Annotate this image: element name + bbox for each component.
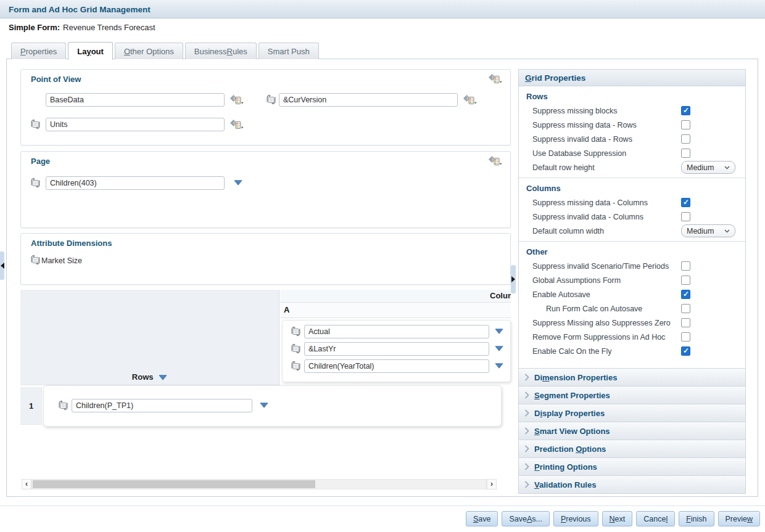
tab-bar: Properties Layout Other Options Business… [11, 42, 319, 59]
page-member-input[interactable] [46, 176, 225, 190]
grid-properties-header[interactable]: Grid Properties [519, 70, 745, 86]
left-panel-collapse-handle[interactable] [0, 252, 4, 280]
property-row: Use Database Suppression [519, 146, 745, 160]
tab-properties[interactable]: Properties [11, 43, 66, 59]
suppress-invalid-data-rows-checkbox[interactable] [681, 134, 690, 144]
section-validation-rules[interactable]: Validation Rules [519, 475, 745, 493]
scroll-right-button[interactable]: › [487, 479, 497, 489]
suppress-missing-data-rows-checkbox[interactable] [681, 120, 690, 129]
property-label: Run Form Calc on Autosave [532, 305, 681, 313]
page-title: Form and Ad Hoc Grid Management [9, 5, 151, 14]
properties-panel-collapse-handle[interactable] [511, 265, 516, 293]
member-select-icon[interactable] [30, 178, 41, 188]
section-divider [519, 241, 745, 242]
property-row: Suppress missing blocks [519, 104, 745, 118]
form-subheader: Simple Form: Revenue Trends Forecast [0, 20, 155, 34]
pov-member-actions-icon[interactable] [463, 94, 477, 105]
column-member-input-1[interactable] [304, 325, 489, 338]
preview-button[interactable]: Preview [718, 511, 760, 526]
member-select-icon[interactable] [291, 343, 301, 354]
global-assumptions-form-checkbox[interactable] [681, 276, 690, 285]
column-group-label: A [284, 305, 289, 314]
pov-member-actions-icon[interactable] [230, 94, 244, 105]
rows-header: Rows [20, 372, 279, 382]
enable-autosave-checkbox[interactable] [681, 290, 690, 299]
section-label: Printing Options [534, 462, 597, 472]
suppress-missing-blocks-checkbox[interactable] [681, 106, 690, 115]
member-menu-triangle-icon[interactable] [495, 346, 503, 351]
page-actions-icon[interactable] [488, 155, 502, 166]
tab-smart-push[interactable]: Smart Push [258, 43, 319, 59]
member-select-icon[interactable] [266, 94, 276, 105]
collapse-left-arrow-icon [1, 263, 4, 269]
row-number: 1 [29, 401, 33, 411]
member-menu-triangle-icon[interactable] [234, 180, 242, 186]
section-display-properties[interactable]: Display Properties [519, 404, 745, 422]
footer-divider [0, 505, 765, 506]
property-label: Suppress invalid Scenario/Time Periods [532, 262, 681, 271]
save-button[interactable]: Save [466, 511, 498, 526]
attribute-dimension-item: Market Size [41, 256, 82, 265]
section-smart-view-options[interactable]: Smart View Options [519, 422, 745, 440]
row-member-input-1[interactable] [72, 399, 252, 412]
tab-layout[interactable]: Layout [68, 42, 113, 60]
section-dimension-properties[interactable]: Dimension Properties [519, 368, 745, 386]
member-select-icon[interactable] [58, 400, 68, 411]
pov-member-actions-icon[interactable] [230, 119, 244, 129]
section-prediction-options[interactable]: Prediction Options [519, 440, 745, 457]
section-printing-options[interactable]: Printing Options [519, 457, 745, 475]
member-select-icon[interactable] [30, 255, 41, 265]
default-row-height-select[interactable]: Medium [681, 161, 735, 174]
suppress-invalid-data-columns-checkbox[interactable] [681, 212, 690, 221]
finish-button[interactable]: Finish [679, 511, 714, 526]
chevron-right-icon [524, 409, 529, 417]
chevron-right-icon [524, 391, 529, 399]
scroll-left-button[interactable]: ‹ [22, 479, 31, 489]
rows-quadrant: Rows [20, 290, 279, 385]
scrollbar-track[interactable] [31, 479, 487, 489]
member-menu-triangle-icon[interactable] [260, 403, 268, 408]
property-row: Default row height Medium [519, 160, 745, 174]
member-menu-triangle-icon[interactable] [495, 363, 503, 369]
scrollbar-thumb[interactable] [33, 480, 315, 488]
member-select-icon[interactable] [30, 119, 41, 129]
previous-button[interactable]: Previous [553, 511, 598, 526]
run-form-calc-autosave-checkbox[interactable] [681, 304, 690, 313]
chevron-down-icon [724, 229, 730, 233]
remove-form-suppressions-checkbox[interactable] [681, 332, 690, 342]
pov-actions-icon[interactable] [488, 73, 502, 84]
property-label: Suppress missing blocks [532, 107, 681, 115]
grid-properties-panel: Grid Properties Rows Suppress missing bl… [518, 69, 746, 494]
member-select-icon[interactable] [291, 361, 301, 371]
suppress-invalid-scenario-checkbox[interactable] [681, 261, 690, 271]
save-as-button[interactable]: Save As... [502, 511, 550, 526]
cancel-button[interactable]: Cancel [636, 511, 675, 526]
section-segment-properties[interactable]: Segment Properties [519, 386, 745, 404]
default-column-width-select[interactable]: Medium [681, 224, 735, 237]
member-select-icon[interactable] [291, 326, 301, 337]
property-row: Suppress Missing also Suppresses Zero [519, 316, 745, 330]
page-title-label: Page [31, 157, 50, 166]
pov-member-input-curversion[interactable] [279, 93, 458, 107]
use-database-suppression-checkbox[interactable] [681, 149, 690, 158]
section-label: Dimension Properties [534, 373, 617, 382]
suppress-missing-data-columns-checkbox[interactable] [681, 198, 690, 207]
tab-business-rules[interactable]: Business Rules [185, 43, 257, 59]
enable-calc-on-the-fly-checkbox[interactable] [681, 346, 690, 356]
member-menu-triangle-icon[interactable] [495, 329, 503, 334]
column-member-input-3[interactable] [304, 359, 489, 373]
window-titlebar: Form and Ad Hoc Grid Management [0, 0, 765, 18]
column-member-input-2[interactable] [304, 342, 489, 356]
attribute-dimensions-box: Attribute Dimensions Market Size [20, 233, 511, 285]
rows-menu-triangle-icon[interactable] [159, 375, 167, 380]
chevron-down-icon [724, 166, 730, 170]
footer-button-bar: Save Save As... Previous Next Cancel Fin… [466, 511, 760, 526]
tab-other-options[interactable]: Other Options [115, 43, 183, 59]
suppress-missing-zero-checkbox[interactable] [681, 318, 690, 327]
property-label: Suppress invalid data - Rows [532, 135, 681, 144]
pov-member-input-basedata[interactable] [46, 93, 225, 107]
property-label: Use Database Suppression [532, 149, 681, 158]
next-button[interactable]: Next [602, 511, 633, 526]
pov-member-input-units[interactable] [46, 118, 225, 131]
property-label: Suppress missing data - Rows [532, 121, 681, 129]
